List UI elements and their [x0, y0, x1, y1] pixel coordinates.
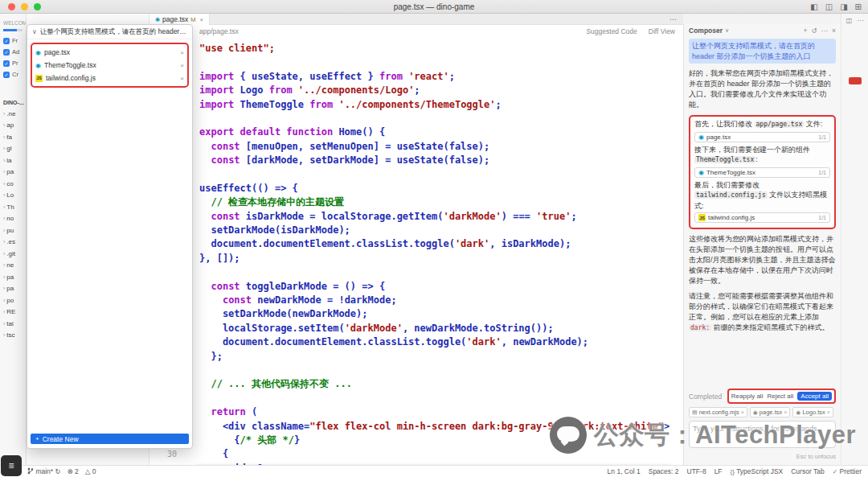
context-chip[interactable]: ▤next.config.mjs× [689, 407, 747, 417]
close-icon[interactable]: × [784, 409, 787, 415]
file-chip[interactable]: JStailwind.config.js1/1 [694, 212, 830, 223]
code-line [199, 265, 683, 279]
warnings-item[interactable]: △ 0 [85, 467, 96, 475]
code-editor[interactable]: 1234567891011121314151617181920212223242… [149, 38, 683, 465]
accept-all-button[interactable]: Accept all [797, 392, 832, 401]
create-new-button[interactable]: + Create New [31, 434, 189, 444]
notification-badge[interactable] [849, 77, 862, 84]
file-chip[interactable]: ◉page.tsx1/1 [694, 132, 830, 142]
close-icon[interactable]: × [741, 409, 744, 415]
explorer-item[interactable]: ›la [0, 154, 26, 167]
diff-view-label[interactable]: Diff View [649, 27, 675, 35]
react-icon: ◉ [35, 49, 41, 56]
suggested-code-label[interactable]: Suggested Code [586, 27, 637, 35]
composer-panel: Composer ∨ + ↺ ⋯ × 让整个网页支持暗黑模式，请在首页的 hea… [683, 24, 841, 465]
composer-footer: Completed Reapply all Reject all Accept … [689, 389, 836, 460]
code-line: document.documentElement.classList.toggl… [199, 335, 683, 349]
status-item[interactable]: Spaces: 2 [649, 467, 679, 475]
code-line [199, 392, 683, 405]
customize-layout-icon[interactable]: ⊞ [855, 0, 862, 14]
close-icon[interactable]: × [827, 409, 830, 415]
explorer-item[interactable]: ›.ne [0, 108, 26, 120]
checklist-item[interactable]: ✓Ad [3, 47, 26, 56]
close-tab-icon[interactable]: × [200, 16, 204, 23]
status-item[interactable]: LF [714, 467, 723, 475]
code-line [199, 112, 683, 125]
file-chip[interactable]: ◉ThemeToggle.tsx1/1 [694, 167, 830, 178]
explorer-item[interactable]: ›po [0, 294, 26, 306]
assistant-paragraph: 请注意，您可能需要根据需要调整其他组件和部分的样式，以确保它们在暗黑模式下看起来… [689, 291, 836, 333]
code-line: const toggleDarkMode = () => { [199, 280, 683, 294]
panel-file-list: ◉page.tsx×◉ThemeToggle.tsx×JStailwind.co… [31, 43, 189, 88]
explorer-item[interactable]: ›pa [0, 167, 26, 179]
panel-file[interactable]: JStailwind.config.js× [35, 72, 184, 84]
code-line: import Logo from '../components/Logo'; [199, 84, 683, 97]
explorer-item[interactable]: ›pa [0, 271, 26, 283]
chevron-down-icon[interactable]: ∨ [725, 27, 729, 34]
close-icon[interactable]: × [180, 62, 184, 69]
explorer-item-label: pa [6, 273, 14, 281]
explorer-item[interactable]: ›.git [0, 248, 26, 260]
explorer-item[interactable]: ›fa [0, 131, 26, 143]
breadcrumb[interactable]: app/page.tsx [199, 27, 239, 35]
explorer-item-label: gl [6, 145, 11, 152]
explorer-item[interactable]: ›ap [0, 120, 26, 132]
code-line: {/* 头部 */} [199, 434, 683, 447]
composer-header: Composer ∨ + ↺ ⋯ × [684, 24, 841, 36]
inline-code: app/page.tsx [755, 121, 805, 128]
explorer-item[interactable]: ›gl [0, 143, 26, 155]
panel-icon[interactable]: ◫ [846, 17, 853, 24]
status-item[interactable]: Ln 1, Col 1 [608, 467, 641, 475]
panel-file[interactable]: ◉page.tsx× [35, 46, 184, 59]
git-branch-item[interactable]: main* ↻ [27, 467, 61, 475]
toggle-primary-sidebar-icon[interactable]: ◧ [810, 0, 817, 14]
tab-page-tsx[interactable]: ◉ page.tsx M × [149, 14, 210, 25]
chevron-right-icon: › [3, 204, 5, 210]
checklist-item[interactable]: ✓Cr [3, 70, 26, 79]
explorer-item[interactable]: ›ne [0, 260, 26, 272]
toggle-secondary-sidebar-icon[interactable]: ◨ [840, 0, 847, 14]
composer-input[interactable] [689, 421, 836, 448]
file-chip-name: ThemeToggle.tsx [706, 169, 755, 176]
status-item[interactable]: ✓ Prettier [833, 467, 862, 475]
history-icon[interactable]: ↺ [811, 27, 817, 35]
explorer-item[interactable]: ›RE [0, 306, 26, 319]
checklist-item[interactable]: ✓Fr [3, 36, 26, 45]
context-chip[interactable]: ◉page.tsx× [750, 407, 791, 417]
explorer-item[interactable]: ›no [0, 213, 26, 225]
close-icon[interactable]: × [180, 49, 184, 56]
reject-all-button[interactable]: Reject all [767, 393, 793, 400]
explorer-item[interactable]: ›tai [0, 318, 26, 330]
explorer-item-label: po [6, 297, 14, 304]
add-composer-icon[interactable]: + [803, 27, 807, 35]
explorer-item[interactable]: ›pu [0, 224, 26, 236]
more-icon[interactable]: ⋯ [821, 27, 829, 35]
chevron-right-icon: › [3, 239, 5, 245]
reapply-all-button[interactable]: Reapply all [731, 393, 764, 400]
more-actions-icon[interactable]: ⋯ [669, 15, 677, 23]
explorer-item[interactable]: ›Lo [0, 190, 26, 202]
toggle-panel-icon[interactable]: ◫ [825, 0, 833, 14]
errors-item[interactable]: ⊗ 2 [68, 467, 79, 475]
context-chip[interactable]: ◉Logo.tsx× [792, 407, 833, 417]
explorer-item[interactable]: ›pa [0, 283, 26, 295]
react-icon: ◉ [698, 134, 704, 141]
explorer-item[interactable]: ›Th [0, 201, 26, 213]
more-icon[interactable]: ⋯ [857, 17, 863, 24]
panel-file[interactable]: ◉ThemeToggle.tsx× [35, 59, 184, 72]
check-icon: ✓ [833, 468, 840, 475]
status-item[interactable]: UTF-8 [687, 467, 706, 475]
checklist-item[interactable]: ✓Pr [3, 59, 26, 68]
status-item[interactable]: {} TypeScript JSX [731, 467, 784, 475]
status-item[interactable]: Cursor Tab [791, 467, 824, 475]
line-number: 30 [149, 447, 177, 461]
close-icon[interactable]: × [180, 75, 184, 82]
status-bar: main* ↻ ⊗ 2 △ 0 Ln 1, Col 1Spaces: 2UTF-… [0, 465, 868, 477]
explorer-item[interactable]: ›tsc [0, 330, 26, 342]
explorer-item[interactable]: ›.es [0, 236, 26, 249]
close-icon[interactable]: × [832, 27, 836, 35]
panel-header[interactable]: ∨ 让整个网页支持暗黑模式，请在首页的 header 部... [27, 25, 192, 39]
explorer-item-label: .ne [6, 110, 15, 117]
window-title: page.tsx — dino-game [0, 2, 868, 11]
explorer-item[interactable]: ›co [0, 178, 26, 190]
